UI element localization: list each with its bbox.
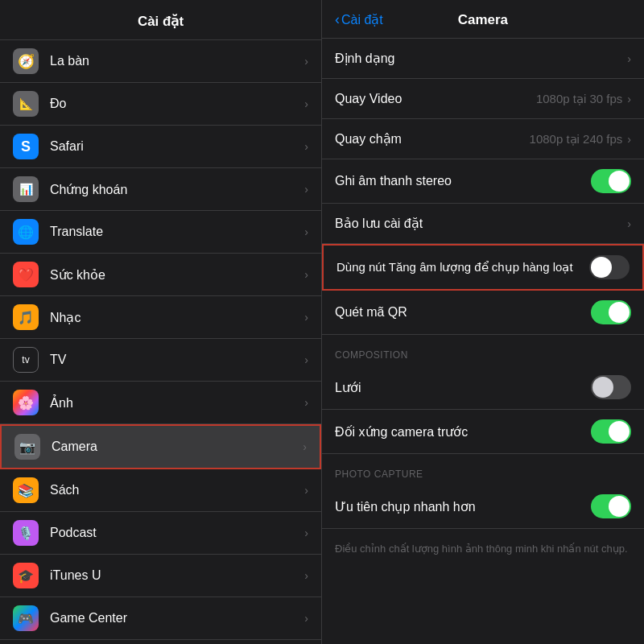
toggle-thumb: [592, 377, 613, 398]
photocapture-section: PHOTO CAPTURE Ưu tiên chụp nhanh hơn Điề…: [322, 454, 644, 569]
right-item-quetqr: Quét mã QR: [322, 291, 644, 335]
item-label: Ưu tiên chụp nhanh hơn: [335, 499, 591, 514]
sidebar-item-translate[interactable]: 🌐 Translate ›: [0, 211, 321, 254]
nhac-icon: 🎵: [13, 304, 39, 330]
right-header: ‹ Cài đặt Camera: [322, 0, 644, 39]
dungnuut-toggle[interactable]: [589, 255, 630, 279]
right-item-quaycham[interactable]: Quay chậm 1080p tại 240 fps ›: [322, 119, 644, 159]
do-icon: 📐: [13, 91, 39, 117]
left-panel: Cài đặt 🧭 La bàn › 📐 Đo › S Safari › 📊 C…: [0, 0, 322, 644]
back-chevron-icon: ‹: [335, 11, 340, 28]
description-text: Điều chỉnh chất lượng hình ảnh thông min…: [335, 543, 631, 556]
chevron-icon: ›: [304, 311, 308, 324]
back-label: Cài đặt: [341, 12, 383, 27]
sidebar-item-label: Camera: [52, 440, 303, 454]
sidebar-item-labàn[interactable]: 🧭 La bàn ›: [0, 40, 321, 83]
chevron-icon: ›: [304, 396, 308, 409]
gamecenter-icon: 🎮: [13, 605, 39, 631]
toggle-thumb: [609, 302, 630, 323]
sidebar-item-itunes[interactable]: 🎓 iTunes U ›: [0, 555, 321, 597]
chevron-icon: ›: [304, 97, 308, 110]
right-item-luoi: Lưới: [322, 365, 644, 410]
chevron-icon: ›: [627, 133, 631, 146]
sidebar-item-chungkhoan[interactable]: 📊 Chứng khoán ›: [0, 168, 321, 211]
composition-section-label: COMPOSITION: [322, 335, 644, 365]
sidebar-item-nhac[interactable]: 🎵 Nhạc ›: [0, 296, 321, 339]
sidebar-item-podcast[interactable]: 🎙️ Podcast ›: [0, 512, 321, 555]
quetqr-toggle[interactable]: [591, 300, 631, 324]
left-panel-header: Cài đặt: [0, 0, 321, 40]
right-item-quayvideo[interactable]: Quay Video 1080p tại 30 fps ›: [322, 79, 644, 119]
sidebar-item-suckhoe[interactable]: ❤️ Sức khỏe ›: [0, 254, 321, 296]
chevron-icon: ›: [627, 52, 631, 65]
sidebar-item-label: Ảnh: [50, 395, 304, 411]
right-panel: ‹ Cài đặt Camera Định dạng › Quay Video …: [322, 0, 644, 644]
uutien-toggle[interactable]: [591, 494, 631, 518]
anh-icon: 🌸: [13, 390, 39, 415]
chevron-icon: ›: [303, 440, 307, 453]
camera-icon: 📷: [14, 434, 40, 460]
item-label: Quay chậm: [335, 131, 530, 147]
sidebar-item-label: Translate: [50, 225, 304, 239]
item-label: Quay Video: [335, 92, 536, 106]
right-item-dungnuut: Dùng nút Tăng âm lượng để chụp hàng loạt: [322, 244, 644, 291]
right-item-uutien: Ưu tiên chụp nhanh hơn: [322, 485, 644, 529]
right-item-baoluu[interactable]: Bảo lưu cài đặt ›: [322, 204, 644, 244]
sidebar-item-gamecenter[interactable]: 🎮 Game Center ›: [0, 597, 321, 640]
right-item-doisung: Đối xứng camera trước: [322, 410, 644, 454]
settings-list: 🧭 La bàn › 📐 Đo › S Safari › 📊 Chứng kho…: [0, 40, 321, 644]
suckhoe-icon: ❤️: [13, 262, 39, 287]
sidebar-item-label: Safari: [50, 139, 304, 154]
sidebar-item-label: Podcast: [50, 526, 304, 540]
chungkhoan-icon: 📊: [13, 176, 39, 202]
doisung-toggle[interactable]: [591, 419, 631, 444]
item-value: 1080p tại 30 fps: [536, 92, 622, 106]
item-label: Đối xứng camera trước: [335, 424, 591, 440]
photocapture-section-label: PHOTO CAPTURE: [322, 454, 644, 485]
toggle-thumb: [609, 496, 630, 517]
chevron-icon: ›: [304, 183, 308, 196]
luoi-toggle[interactable]: [591, 375, 631, 399]
ghiam-toggle[interactable]: [591, 169, 631, 193]
sidebar-item-anh[interactable]: 🌸 Ảnh ›: [0, 382, 321, 424]
podcast-icon: 🎙️: [13, 520, 39, 546]
sidebar-item-label: TV: [50, 353, 304, 367]
sidebar-item-safari[interactable]: S Safari ›: [0, 126, 321, 168]
tv-icon: tv: [13, 347, 39, 373]
sidebar-item-do[interactable]: 📐 Đo ›: [0, 83, 321, 126]
safari-icon: S: [13, 134, 39, 159]
chevron-icon: ›: [627, 217, 631, 230]
item-label: Quét mã QR: [335, 305, 591, 320]
chevron-icon: ›: [304, 268, 308, 281]
right-item-description: Điều chỉnh chất lượng hình ảnh thông min…: [322, 529, 644, 569]
right-item-dinhdang[interactable]: Định dạng ›: [322, 39, 644, 79]
chevron-icon: ›: [304, 484, 308, 497]
sidebar-item-sach[interactable]: 📚 Sách ›: [0, 469, 321, 512]
sidebar-item-label: Game Center: [50, 611, 304, 625]
chevron-icon: ›: [304, 612, 308, 625]
sidebar-item-camera[interactable]: 📷 Camera ›: [0, 424, 321, 469]
item-label: Lưới: [335, 380, 591, 395]
sidebar-item-label: Sức khỏe: [50, 267, 304, 283]
item-value: 1080p tại 240 fps: [530, 132, 623, 147]
translate-icon: 🌐: [13, 219, 39, 245]
sidebar-item-label: iTunes U: [50, 568, 304, 583]
chevron-icon: ›: [304, 526, 308, 539]
right-item-ghiam: Ghi âm thanh stereo: [322, 159, 644, 204]
itunes-icon: 🎓: [13, 563, 39, 588]
item-label: Định dạng: [335, 51, 627, 66]
chevron-icon: ›: [304, 353, 308, 366]
back-button[interactable]: ‹ Cài đặt: [335, 11, 383, 28]
chevron-icon: ›: [627, 93, 631, 105]
toggle-thumb: [609, 421, 630, 442]
item-label: Bảo lưu cài đặt: [335, 216, 627, 231]
right-panel-title: Camera: [383, 12, 583, 28]
chevron-icon: ›: [304, 569, 308, 582]
sach-icon: 📚: [13, 477, 39, 503]
toggle-thumb: [609, 171, 630, 192]
sidebar-item-label: Chứng khoán: [50, 182, 304, 197]
left-panel-title: Cài đặt: [138, 14, 184, 29]
composition-section: COMPOSITION Lưới Đối xứng camera trước: [322, 335, 644, 454]
sidebar-item-tv[interactable]: tv TV ›: [0, 339, 321, 382]
chevron-icon: ›: [304, 225, 308, 238]
